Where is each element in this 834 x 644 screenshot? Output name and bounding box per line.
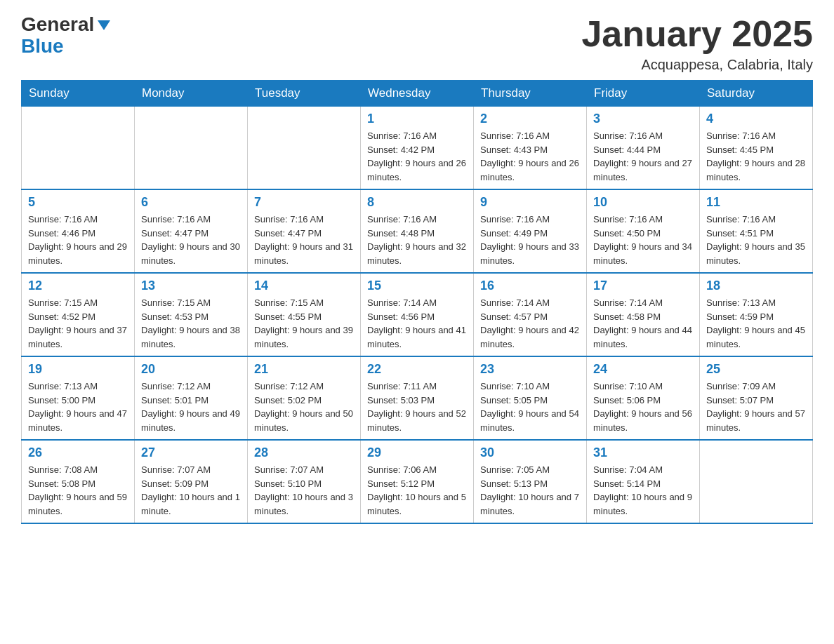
day-number: 12 [28, 279, 128, 293]
day-info: Sunrise: 7:12 AM Sunset: 5:02 PM Dayligh… [254, 380, 354, 434]
week-row-1: 1Sunrise: 7:16 AM Sunset: 4:42 PM Daylig… [22, 107, 813, 190]
logo: General Blue [21, 14, 112, 58]
day-cell: 30Sunrise: 7:05 AM Sunset: 5:13 PM Dayli… [474, 440, 587, 523]
header-day-saturday: Saturday [700, 81, 813, 107]
day-number: 3 [593, 112, 693, 126]
day-info: Sunrise: 7:06 AM Sunset: 5:12 PM Dayligh… [367, 463, 467, 518]
day-cell: 26Sunrise: 7:08 AM Sunset: 5:08 PM Dayli… [22, 440, 135, 523]
day-info: Sunrise: 7:07 AM Sunset: 5:10 PM Dayligh… [254, 463, 354, 518]
day-cell: 18Sunrise: 7:13 AM Sunset: 4:59 PM Dayli… [700, 273, 813, 356]
header-day-tuesday: Tuesday [248, 81, 361, 107]
page-header: General Blue January 2025 Acquappesa, Ca… [21, 14, 813, 73]
day-cell: 24Sunrise: 7:10 AM Sunset: 5:06 PM Dayli… [587, 356, 700, 440]
day-cell: 22Sunrise: 7:11 AM Sunset: 5:03 PM Dayli… [361, 356, 474, 440]
day-info: Sunrise: 7:15 AM Sunset: 4:55 PM Dayligh… [254, 296, 354, 351]
day-number: 23 [480, 362, 580, 377]
week-row-5: 26Sunrise: 7:08 AM Sunset: 5:08 PM Dayli… [22, 440, 813, 523]
day-number: 6 [141, 195, 241, 210]
logo-arrow-icon [96, 18, 112, 33]
day-number: 17 [593, 279, 693, 293]
day-info: Sunrise: 7:09 AM Sunset: 5:07 PM Dayligh… [706, 380, 806, 434]
day-cell: 11Sunrise: 7:16 AM Sunset: 4:51 PM Dayli… [700, 189, 813, 273]
day-number: 26 [28, 445, 128, 460]
day-info: Sunrise: 7:10 AM Sunset: 5:06 PM Dayligh… [593, 380, 693, 434]
day-info: Sunrise: 7:10 AM Sunset: 5:05 PM Dayligh… [480, 380, 580, 434]
week-row-2: 5Sunrise: 7:16 AM Sunset: 4:46 PM Daylig… [22, 189, 813, 273]
day-cell [135, 107, 248, 190]
day-cell: 16Sunrise: 7:14 AM Sunset: 4:57 PM Dayli… [474, 273, 587, 356]
day-number: 13 [141, 279, 241, 293]
day-number: 31 [593, 445, 693, 460]
day-cell: 4Sunrise: 7:16 AM Sunset: 4:45 PM Daylig… [700, 107, 813, 190]
day-info: Sunrise: 7:11 AM Sunset: 5:03 PM Dayligh… [367, 380, 467, 434]
logo-general: General [21, 14, 94, 36]
day-info: Sunrise: 7:14 AM Sunset: 4:58 PM Dayligh… [593, 296, 693, 351]
calendar-header: SundayMondayTuesdayWednesdayThursdayFrid… [22, 81, 813, 107]
day-number: 2 [480, 112, 580, 126]
day-number: 20 [141, 362, 241, 377]
day-info: Sunrise: 7:15 AM Sunset: 4:52 PM Dayligh… [28, 296, 128, 351]
day-info: Sunrise: 7:13 AM Sunset: 4:59 PM Dayligh… [706, 296, 806, 351]
day-cell: 2Sunrise: 7:16 AM Sunset: 4:43 PM Daylig… [474, 107, 587, 190]
day-cell: 29Sunrise: 7:06 AM Sunset: 5:12 PM Dayli… [361, 440, 474, 523]
day-cell: 12Sunrise: 7:15 AM Sunset: 4:52 PM Dayli… [22, 273, 135, 356]
page-subtitle: Acquappesa, Calabria, Italy [581, 57, 813, 73]
day-number: 30 [480, 445, 580, 460]
day-number: 16 [480, 279, 580, 293]
day-number: 18 [706, 279, 806, 293]
day-cell: 17Sunrise: 7:14 AM Sunset: 4:58 PM Dayli… [587, 273, 700, 356]
svg-marker-0 [98, 20, 110, 30]
week-row-4: 19Sunrise: 7:13 AM Sunset: 5:00 PM Dayli… [22, 356, 813, 440]
day-number: 25 [706, 362, 806, 377]
day-cell: 14Sunrise: 7:15 AM Sunset: 4:55 PM Dayli… [248, 273, 361, 356]
day-number: 11 [706, 195, 806, 210]
day-cell [700, 440, 813, 523]
day-number: 4 [706, 112, 806, 126]
day-number: 8 [367, 195, 467, 210]
week-row-3: 12Sunrise: 7:15 AM Sunset: 4:52 PM Dayli… [22, 273, 813, 356]
day-number: 10 [593, 195, 693, 210]
day-info: Sunrise: 7:04 AM Sunset: 5:14 PM Dayligh… [593, 463, 693, 518]
header-day-thursday: Thursday [474, 81, 587, 107]
day-info: Sunrise: 7:14 AM Sunset: 4:56 PM Dayligh… [367, 296, 467, 351]
day-info: Sunrise: 7:07 AM Sunset: 5:09 PM Dayligh… [141, 463, 241, 518]
day-info: Sunrise: 7:16 AM Sunset: 4:47 PM Dayligh… [254, 213, 354, 267]
day-cell [22, 107, 135, 190]
logo-line1: General [21, 14, 112, 36]
day-number: 1 [367, 112, 467, 126]
day-number: 24 [593, 362, 693, 377]
day-cell: 10Sunrise: 7:16 AM Sunset: 4:50 PM Dayli… [587, 189, 700, 273]
day-number: 9 [480, 195, 580, 210]
day-info: Sunrise: 7:16 AM Sunset: 4:43 PM Dayligh… [480, 129, 580, 184]
day-number: 7 [254, 195, 354, 210]
calendar-body: 1Sunrise: 7:16 AM Sunset: 4:42 PM Daylig… [22, 107, 813, 524]
day-cell: 28Sunrise: 7:07 AM Sunset: 5:10 PM Dayli… [248, 440, 361, 523]
day-number: 14 [254, 279, 354, 293]
day-info: Sunrise: 7:16 AM Sunset: 4:42 PM Dayligh… [367, 129, 467, 184]
day-cell: 20Sunrise: 7:12 AM Sunset: 5:01 PM Dayli… [135, 356, 248, 440]
day-info: Sunrise: 7:08 AM Sunset: 5:08 PM Dayligh… [28, 463, 128, 518]
day-number: 19 [28, 362, 128, 377]
day-cell: 25Sunrise: 7:09 AM Sunset: 5:07 PM Dayli… [700, 356, 813, 440]
day-info: Sunrise: 7:16 AM Sunset: 4:47 PM Dayligh… [141, 213, 241, 267]
header-day-monday: Monday [135, 81, 248, 107]
day-info: Sunrise: 7:16 AM Sunset: 4:50 PM Dayligh… [593, 213, 693, 267]
day-cell: 1Sunrise: 7:16 AM Sunset: 4:42 PM Daylig… [361, 107, 474, 190]
day-info: Sunrise: 7:16 AM Sunset: 4:44 PM Dayligh… [593, 129, 693, 184]
day-number: 21 [254, 362, 354, 377]
day-cell: 5Sunrise: 7:16 AM Sunset: 4:46 PM Daylig… [22, 189, 135, 273]
day-info: Sunrise: 7:12 AM Sunset: 5:01 PM Dayligh… [141, 380, 241, 434]
day-cell: 21Sunrise: 7:12 AM Sunset: 5:02 PM Dayli… [248, 356, 361, 440]
day-cell [248, 107, 361, 190]
day-cell: 27Sunrise: 7:07 AM Sunset: 5:09 PM Dayli… [135, 440, 248, 523]
header-row: SundayMondayTuesdayWednesdayThursdayFrid… [22, 81, 813, 107]
day-info: Sunrise: 7:16 AM Sunset: 4:48 PM Dayligh… [367, 213, 467, 267]
day-cell: 23Sunrise: 7:10 AM Sunset: 5:05 PM Dayli… [474, 356, 587, 440]
day-info: Sunrise: 7:14 AM Sunset: 4:57 PM Dayligh… [480, 296, 580, 351]
header-day-wednesday: Wednesday [361, 81, 474, 107]
day-number: 22 [367, 362, 467, 377]
day-number: 29 [367, 445, 467, 460]
day-cell: 3Sunrise: 7:16 AM Sunset: 4:44 PM Daylig… [587, 107, 700, 190]
day-cell: 6Sunrise: 7:16 AM Sunset: 4:47 PM Daylig… [135, 189, 248, 273]
logo-blue: Blue [21, 36, 112, 58]
